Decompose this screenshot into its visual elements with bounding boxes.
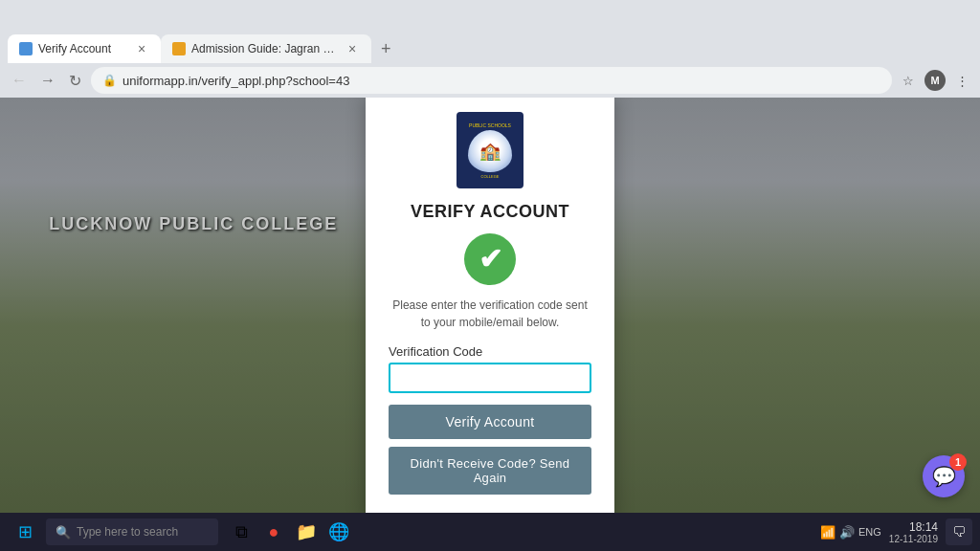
lock-icon: 🔒 [102, 74, 117, 87]
logo-emblem: 🏫 [468, 130, 512, 172]
verification-code-label: Verification Code [389, 344, 482, 359]
volume-icon: 🔊 [839, 525, 855, 540]
windows-logo-icon: ⊞ [18, 521, 33, 542]
logo-top-text: PUBLIC SCHOOLS [469, 122, 511, 128]
taskbar-search-icon: 🔍 [56, 525, 71, 540]
taskbar-search-text: Type here to search [77, 525, 178, 539]
title-bar [0, 0, 980, 31]
taskbar-search[interactable]: 🔍 Type here to search [46, 518, 218, 545]
chat-bubble-button[interactable]: 💬 1 [923, 455, 965, 497]
toolbar-icons: ☆ M ⋮ [898, 70, 972, 91]
verify-message: Please enter the verification code sent … [392, 297, 587, 331]
notification-icon[interactable]: 🗨 [946, 518, 972, 545]
start-button[interactable]: ⊞ [8, 518, 42, 546]
tab-admission-guide[interactable]: Admission Guide: Jagran Public S... × [161, 34, 371, 63]
logo-inner: PUBLIC SCHOOLS 🏫 COLLEGE [463, 119, 517, 182]
check-circle: ✔ [464, 233, 516, 285]
address-text: uniformapp.in/verify_appl.php?school=43 [122, 74, 349, 88]
refresh-button[interactable]: ↻ [65, 70, 85, 92]
address-bar-row: ← → ↻ 🔒 uniformapp.in/verify_appl.php?sc… [0, 63, 980, 98]
verify-account-button[interactable]: Verify Account [389, 405, 591, 439]
logo-bottom-text: COLLEGE [481, 174, 500, 179]
main-content: LUCKNOW PUBLIC COLLEGE PUBLIC SCHOOLS 🏫 … [0, 98, 980, 513]
time-display: 18:14 12-11-2019 [889, 520, 938, 544]
clock-time: 18:14 [889, 520, 938, 534]
verification-code-input[interactable] [389, 363, 591, 393]
settings-icon[interactable]: ⋮ [951, 70, 972, 91]
tab-favicon-1 [19, 42, 33, 55]
chat-badge: 1 [949, 453, 967, 471]
chrome-icon[interactable]: ● [258, 517, 289, 547]
modal-overlay: PUBLIC SCHOOLS 🏫 COLLEGE VERIFY ACCOUNT … [0, 98, 980, 513]
resend-code-button[interactable]: Didn't Receive Code? Send Again [389, 447, 591, 495]
back-button[interactable]: ← [8, 70, 31, 91]
tabs-row: Verify Account × Admission Guide: Jagran… [0, 31, 980, 63]
app-icon[interactable]: 🌐 [323, 517, 354, 547]
language-indicator: ENG [858, 526, 881, 538]
check-mark-icon: ✔ [479, 245, 502, 274]
modal-card: PUBLIC SCHOOLS 🏫 COLLEGE VERIFY ACCOUNT … [366, 98, 614, 513]
tab-favicon-2 [172, 42, 186, 55]
add-tab-button[interactable]: + [375, 34, 397, 63]
network-icon: 📶 [820, 525, 835, 540]
taskbar-right: 📶 🔊 ENG 18:14 12-11-2019 🗨 [820, 518, 972, 545]
taskbar-app-icons: ⧉ ● 📁 🌐 [226, 517, 354, 547]
folder-icon[interactable]: 📁 [291, 517, 322, 547]
browser-chrome: Verify Account × Admission Guide: Jagran… [0, 0, 980, 98]
verify-message-line1: Please enter the verification code sent [392, 298, 587, 312]
sys-tray: 📶 🔊 ENG [820, 525, 881, 540]
address-box[interactable]: 🔒 uniformapp.in/verify_appl.php?school=4… [91, 67, 892, 94]
forward-button[interactable]: → [36, 70, 59, 91]
verify-message-line2: to your mobile/email below. [421, 316, 560, 329]
tab-close-1[interactable]: × [134, 41, 149, 56]
school-logo: PUBLIC SCHOOLS 🏫 COLLEGE [457, 112, 523, 188]
tab-label-2: Admission Guide: Jagran Public S... [191, 42, 339, 55]
tab-verify-account[interactable]: Verify Account × [8, 34, 161, 63]
modal-title: VERIFY ACCOUNT [411, 202, 569, 222]
bookmark-icon[interactable]: ☆ [898, 70, 919, 91]
profile-icon[interactable]: M [924, 70, 946, 91]
clock-date: 12-11-2019 [889, 534, 938, 544]
tab-close-2[interactable]: × [345, 41, 360, 56]
tab-label-1: Verify Account [38, 42, 128, 55]
taskbar: ⊞ 🔍 Type here to search ⧉ ● 📁 🌐 📶 🔊 ENG … [0, 513, 980, 551]
taskview-icon[interactable]: ⧉ [226, 517, 256, 547]
